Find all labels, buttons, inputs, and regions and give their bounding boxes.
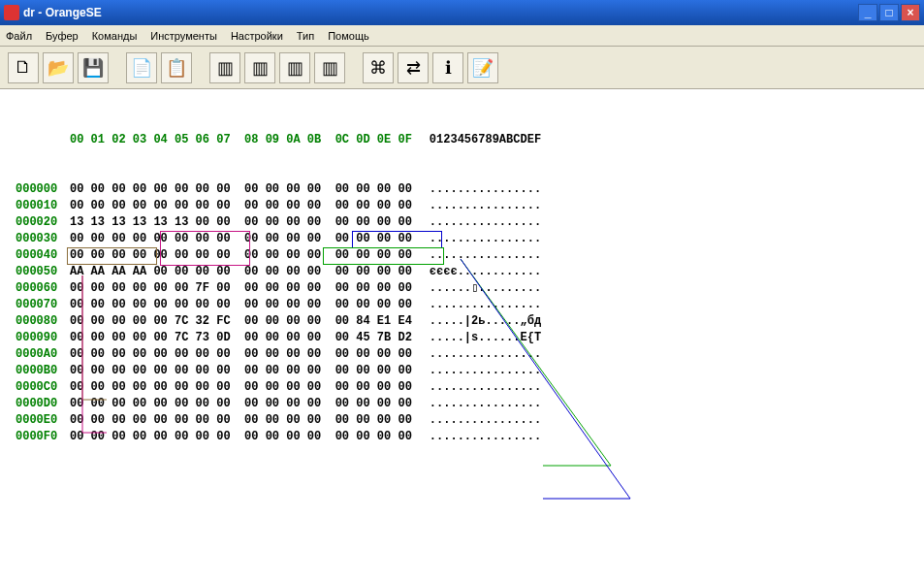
hex-row[interactable]: 00007000 00 00 00 00 00 00 00 00 00 00 0… — [16, 297, 924, 313]
new-icon[interactable]: 🗋 — [8, 52, 39, 83]
row-bytes[interactable]: AA AA AA AA 00 00 00 00 00 00 00 00 00 0… — [70, 264, 412, 280]
menu-тип[interactable]: Тип — [297, 30, 314, 42]
row-offset: 000030 — [16, 231, 70, 247]
row-ascii: ................ — [430, 214, 541, 231]
window-titlebar: dr - OrangeSE _ □ × — [0, 0, 924, 25]
hex-editor[interactable]: 00 01 02 03 04 05 06 07 08 09 0A 0B 0C 0… — [0, 89, 924, 581]
row-offset: 000090 — [16, 330, 70, 346]
hex-row[interactable]: 00009000 00 00 00 00 7C 73 0D 00 00 00 0… — [16, 330, 924, 346]
row-ascii: ................ — [430, 247, 541, 264]
row-offset: 000060 — [16, 280, 70, 297]
hex-row[interactable]: 00008000 00 00 00 00 7C 32 FC 00 00 00 0… — [16, 313, 924, 330]
row-bytes[interactable]: 00 00 00 00 00 00 00 00 00 00 00 00 00 0… — [70, 379, 412, 396]
hex-row[interactable]: 00002013 13 13 13 13 13 00 00 00 00 00 0… — [16, 214, 924, 231]
row-bytes[interactable]: 00 00 00 00 00 00 7F 00 00 00 00 00 00 0… — [70, 280, 412, 297]
hex-row[interactable]: 0000B000 00 00 00 00 00 00 00 00 00 00 0… — [16, 363, 924, 379]
doc-icon[interactable]: 📝 — [467, 52, 498, 83]
row-ascii: ................ — [430, 396, 541, 412]
row-bytes[interactable]: 00 00 00 00 00 7C 73 0D 00 00 00 00 00 4… — [70, 330, 412, 346]
row-ascii: ......▯......... — [430, 280, 541, 297]
hex-row[interactable]: 0000E000 00 00 00 00 00 00 00 00 00 00 0… — [16, 412, 924, 429]
copy-icon[interactable]: 📄 — [126, 52, 157, 83]
row-offset: 0000F0 — [16, 429, 70, 445]
row-offset: 000000 — [16, 181, 70, 198]
row-offset: 000010 — [16, 198, 70, 214]
row-ascii: єєєє............ — [430, 264, 541, 280]
hex-header-ascii: 0123456789ABCDEF — [430, 132, 541, 148]
menu-буфер[interactable]: Буфер — [46, 30, 79, 42]
row-offset: 000040 — [16, 247, 70, 264]
row-ascii: ................ — [430, 346, 541, 363]
chip-a-icon[interactable]: ▥ — [209, 52, 240, 83]
row-bytes[interactable]: 00 00 00 00 00 00 00 00 00 00 00 00 00 0… — [70, 247, 412, 264]
paste-icon[interactable]: 📋 — [161, 52, 192, 83]
row-offset: 000070 — [16, 297, 70, 313]
row-ascii: ................ — [430, 412, 541, 429]
board-icon[interactable]: ⌘ — [363, 52, 394, 83]
toolbar: 🗋📂💾📄📋▥▥▥▥⌘⇄ℹ📝 — [0, 47, 924, 89]
row-bytes[interactable]: 00 00 00 00 00 00 00 00 00 00 00 00 00 0… — [70, 412, 412, 429]
row-ascii: ................ — [430, 198, 541, 214]
row-offset: 0000C0 — [16, 379, 70, 396]
row-offset: 000050 — [16, 264, 70, 280]
hex-row[interactable]: 00003000 00 00 00 00 00 00 00 00 00 00 0… — [16, 231, 924, 247]
row-offset: 0000A0 — [16, 346, 70, 363]
row-bytes[interactable]: 00 00 00 00 00 00 00 00 00 00 00 00 00 0… — [70, 231, 412, 247]
row-bytes[interactable]: 00 00 00 00 00 00 00 00 00 00 00 00 00 0… — [70, 297, 412, 313]
minimize-button[interactable]: _ — [858, 4, 877, 21]
hex-row[interactable]: 0000F000 00 00 00 00 00 00 00 00 00 00 0… — [16, 429, 924, 445]
row-bytes[interactable]: 00 00 00 00 00 00 00 00 00 00 00 00 00 0… — [70, 181, 412, 198]
chip-c-icon[interactable]: ▥ — [279, 52, 310, 83]
row-ascii: .....|2ь.....„бд — [430, 313, 541, 330]
maximize-button[interactable]: □ — [879, 4, 899, 21]
chip-d-icon[interactable]: ▥ — [314, 52, 345, 83]
window-title: dr - OrangeSE — [23, 6, 102, 19]
hex-row[interactable]: 0000C000 00 00 00 00 00 00 00 00 00 00 0… — [16, 379, 924, 396]
row-offset: 0000D0 — [16, 396, 70, 412]
row-bytes[interactable]: 00 00 00 00 00 00 00 00 00 00 00 00 00 0… — [70, 346, 412, 363]
row-ascii: ................ — [430, 429, 541, 445]
row-ascii: .....|s......E{Т — [430, 330, 541, 346]
hex-row[interactable]: 00001000 00 00 00 00 00 00 00 00 00 00 0… — [16, 198, 924, 214]
link-icon[interactable]: ⇄ — [398, 52, 429, 83]
hex-row[interactable]: 00006000 00 00 00 00 00 7F 00 00 00 00 0… — [16, 280, 924, 297]
menu-настройки[interactable]: Настройки — [231, 30, 283, 42]
row-offset: 0000E0 — [16, 412, 70, 429]
row-ascii: ................ — [430, 379, 541, 396]
menu-инструменты[interactable]: Инструменты — [150, 30, 217, 42]
info-icon[interactable]: ℹ — [432, 52, 463, 83]
row-bytes[interactable]: 00 00 00 00 00 00 00 00 00 00 00 00 00 0… — [70, 429, 412, 445]
row-bytes[interactable]: 00 00 00 00 00 7C 32 FC 00 00 00 00 00 8… — [70, 313, 412, 330]
menu-bar: ФайлБуферКомандыИнструментыНастройкиТипП… — [0, 25, 924, 47]
app-icon — [4, 5, 19, 20]
row-offset: 0000B0 — [16, 363, 70, 379]
close-button[interactable]: × — [901, 4, 920, 21]
hex-row[interactable]: 0000A000 00 00 00 00 00 00 00 00 00 00 0… — [16, 346, 924, 363]
menu-файл[interactable]: Файл — [6, 30, 32, 42]
menu-помощь[interactable]: Помощь — [328, 30, 369, 42]
row-ascii: ................ — [430, 363, 541, 379]
row-offset: 000080 — [16, 313, 70, 330]
menu-команды[interactable]: Команды — [92, 30, 138, 42]
row-ascii: ................ — [430, 297, 541, 313]
row-bytes[interactable]: 00 00 00 00 00 00 00 00 00 00 00 00 00 0… — [70, 363, 412, 379]
hex-row[interactable]: 00000000 00 00 00 00 00 00 00 00 00 00 0… — [16, 181, 924, 198]
chip-b-icon[interactable]: ▥ — [244, 52, 275, 83]
row-ascii: ................ — [430, 231, 541, 247]
row-ascii: ................ — [430, 181, 541, 198]
hex-row[interactable]: 0000D000 00 00 00 00 00 00 00 00 00 00 0… — [16, 396, 924, 412]
row-bytes[interactable]: 00 00 00 00 00 00 00 00 00 00 00 00 00 0… — [70, 198, 412, 214]
hex-header-bytes: 00 01 02 03 04 05 06 07 08 09 0A 0B 0C 0… — [70, 133, 412, 146]
row-offset: 000020 — [16, 214, 70, 231]
hex-row[interactable]: 000050AA AA AA AA 00 00 00 00 00 00 00 0… — [16, 264, 924, 280]
open-icon[interactable]: 📂 — [43, 52, 74, 83]
row-bytes[interactable]: 13 13 13 13 13 13 00 00 00 00 00 00 00 0… — [70, 214, 412, 231]
save-icon[interactable]: 💾 — [78, 52, 109, 83]
hex-row[interactable]: 00004000 00 00 00 00 00 00 00 00 00 00 0… — [16, 247, 924, 264]
row-bytes[interactable]: 00 00 00 00 00 00 00 00 00 00 00 00 00 0… — [70, 396, 412, 412]
